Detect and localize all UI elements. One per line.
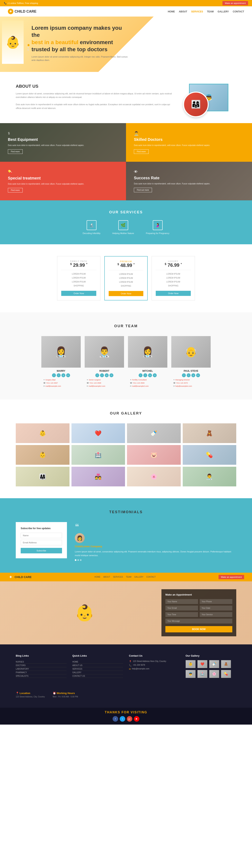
nav-gallery[interactable]: GALLERY <box>218 10 229 13</box>
appt-phone-input[interactable] <box>200 599 232 604</box>
testi-dot-2[interactable] <box>80 559 82 561</box>
footer-thumb-3[interactable]: 🧸 <box>221 660 231 668</box>
appt-email-input[interactable] <box>165 606 198 611</box>
nav-services[interactable]: SERVICES <box>191 10 203 13</box>
quick-link-3[interactable]: GALLERY <box>72 671 123 674</box>
about-section: ABOUT US Lorem ipsum dolor sit amet, con… <box>0 72 252 123</box>
top-appointment-button[interactable]: Make an appointment <box>222 1 248 5</box>
footer-thumb-2[interactable]: 🍼 <box>209 660 219 668</box>
gallery-item-0[interactable]: 👶 <box>16 423 69 443</box>
gp-icon-2[interactable]: g <box>148 373 152 377</box>
feature-item: LOREM IPSUM <box>61 272 96 276</box>
gp-icon-1[interactable]: g <box>105 373 109 377</box>
nav-contact[interactable]: CONTACT <box>233 10 244 13</box>
subscribe-button[interactable]: Subscribe <box>21 548 62 553</box>
order-btn-0[interactable]: Order Now <box>61 291 96 296</box>
success-btn[interactable]: Find out more <box>134 188 152 192</box>
gallery-item-5[interactable]: 🏥 <box>71 445 125 465</box>
nav-links: HOME ABOUT SERVICES TEAM GALLERY CONTACT <box>168 10 244 13</box>
gallery-item-8[interactable]: 👨‍👩‍👧 <box>16 467 69 487</box>
footer-nav-gallery[interactable]: GALLERY <box>134 576 143 578</box>
nav-team[interactable]: TEAM <box>207 10 214 13</box>
gallery-item-10[interactable]: 🌸 <box>127 467 181 487</box>
blog-link-0[interactable]: NURSES <box>16 660 67 664</box>
footer-thumb-7[interactable]: 💊 <box>221 670 231 678</box>
gallery-item-1[interactable]: ❤️ <box>71 423 125 443</box>
service-item-2: 🤰 Preparing for Pregnancy <box>146 220 169 235</box>
gallery-item-11[interactable]: 👨‍⚕️ <box>183 467 237 487</box>
equipment-btn[interactable]: Find more <box>8 149 23 154</box>
appt-date-input[interactable] <box>200 606 232 611</box>
li-icon-2[interactable]: in <box>153 373 157 377</box>
fb-icon-1[interactable]: f <box>95 373 99 377</box>
tw-icon-0[interactable]: t <box>57 373 61 377</box>
blog-link-4[interactable]: SPECIALISTS <box>16 674 67 678</box>
footer-nav-team[interactable]: TEAM <box>126 576 131 578</box>
top-bar-left: 📞 +1 online Tollfree, Free shipping <box>4 2 38 4</box>
contact-phone-text: +01 234 5678 <box>133 664 145 666</box>
appt-service-input[interactable] <box>200 612 232 617</box>
doctors-btn[interactable]: Find more <box>134 149 149 154</box>
footer-thumb-4[interactable]: 👼 <box>186 670 195 678</box>
team-social-0: f t g in <box>41 373 81 377</box>
appt-message-input[interactable] <box>165 619 232 623</box>
social-twitter[interactable]: t <box>120 716 125 722</box>
gallery-item-6[interactable]: 🐷 <box>127 445 181 465</box>
footer-thumb-6[interactable]: 🌸 <box>209 670 219 678</box>
footer-nav-services[interactable]: SERVICES <box>113 576 123 578</box>
service-label-2: Preparing for Pregnancy <box>146 232 169 235</box>
blog-link-2[interactable]: LABORATORY <box>16 667 67 671</box>
quick-link-0[interactable]: HOME <box>72 660 123 664</box>
form-row-email-date <box>165 606 232 611</box>
quick-link-2[interactable]: SERVICES <box>72 667 123 671</box>
blog-link-3[interactable]: PHARMACY <box>16 671 67 674</box>
footer-nav-home[interactable]: HOME <box>94 576 100 578</box>
subscribe-box: Subscribe for free updates Subscribe <box>16 522 67 558</box>
subscribe-name-input[interactable] <box>21 533 62 538</box>
social-youtube[interactable]: ▶ <box>134 716 139 722</box>
li-icon-0[interactable]: in <box>66 373 70 377</box>
social-facebook[interactable]: f <box>113 716 118 722</box>
fb-icon-2[interactable]: f <box>138 373 143 377</box>
quick-link-4[interactable]: CONTACT US <box>72 674 123 678</box>
book-now-button[interactable]: BOOK NOW <box>165 626 232 632</box>
appt-time-input[interactable] <box>165 612 198 617</box>
li-icon-3[interactable]: in <box>196 373 200 377</box>
gallery-item-3[interactable]: 🧸 <box>183 423 237 443</box>
subscribe-heading: Subscribe for free updates <box>21 527 62 530</box>
footer-nav-about[interactable]: ABOUT <box>103 576 110 578</box>
nav-about[interactable]: ABOUT <box>179 10 187 13</box>
footer-grid: Blog Links NURSES DOCTORS LABORATORY PHA… <box>16 654 236 680</box>
footer-thumb-0[interactable]: 👶 <box>186 660 195 668</box>
li-icon-1[interactable]: in <box>109 373 114 377</box>
fb-icon-3[interactable]: f <box>182 373 186 377</box>
footer-appt-button[interactable]: Make an appointment <box>219 575 244 579</box>
order-btn-1[interactable]: Order Now <box>109 291 143 296</box>
blog-link-1[interactable]: DOCTORS <box>16 664 67 667</box>
team-phone-1: +011 124 4568 <box>89 382 101 384</box>
about-para2: Duis aute irure dolor in reprehenderit i… <box>16 103 173 110</box>
gp-icon-0[interactable]: g <box>61 373 65 377</box>
order-btn-2[interactable]: Order Now <box>156 291 191 296</box>
gallery-item-4[interactable]: 👶 <box>16 445 69 465</box>
nav-home[interactable]: HOME <box>168 10 175 13</box>
footer-thumb-1[interactable]: ❤️ <box>197 660 207 668</box>
subscribe-email-input[interactable] <box>21 540 62 545</box>
treatment-btn[interactable]: Find more <box>8 188 23 192</box>
gallery-item-9[interactable]: 💑 <box>71 467 125 487</box>
tw-icon-2[interactable]: t <box>143 373 147 377</box>
gallery-item-7[interactable]: 💊 <box>183 445 237 465</box>
tw-icon-1[interactable]: t <box>100 373 104 377</box>
gp-icon-3[interactable]: g <box>191 373 195 377</box>
appt-name-input[interactable] <box>165 599 198 604</box>
fb-icon-0[interactable]: f <box>52 373 56 377</box>
footer-thumb-5[interactable]: 🏥 <box>197 670 207 678</box>
plan-features-0: LOREM IPSUM LOREM IPSUM LOREM IPSUM SHOP… <box>61 272 96 288</box>
footer-nav-contact[interactable]: CONTACT <box>146 576 156 578</box>
tw-icon-3[interactable]: t <box>187 373 191 377</box>
gallery-item-2[interactable]: 🍼 <box>127 423 181 443</box>
quick-link-1[interactable]: ABOUT US <box>72 664 123 667</box>
social-google-plus[interactable]: g+ <box>127 716 132 722</box>
testi-dot-0[interactable] <box>75 559 76 561</box>
testi-dot-1[interactable] <box>77 559 79 561</box>
